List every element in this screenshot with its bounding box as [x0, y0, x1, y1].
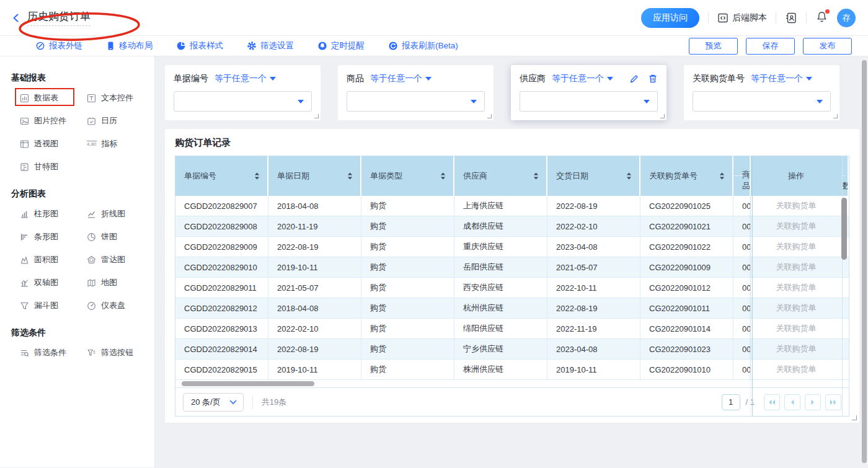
- resize-handle[interactable]: [487, 114, 492, 118]
- divider: [806, 12, 807, 24]
- sidebar-item-data-table[interactable]: 数据表: [20, 92, 87, 104]
- sidebar-item-filter-button[interactable]: 筛选按钮: [87, 347, 154, 358]
- preview-button[interactable]: 预览: [689, 38, 738, 55]
- filter-operator[interactable]: 等于任意一个: [751, 73, 812, 84]
- page-number-input[interactable]: 1: [722, 394, 740, 410]
- sidebar-item-area-chart[interactable]: 面积图: [20, 254, 87, 265]
- sidebar-item-pie-chart[interactable]: 饼图: [87, 231, 154, 242]
- publish-button[interactable]: 发布: [803, 38, 852, 55]
- table-row[interactable]: CGDD202208290142022-08-19购货宁乡供应链2023-04-…: [175, 339, 849, 360]
- filter-select-supplier[interactable]: [520, 91, 658, 112]
- backend-script-button[interactable]: 后端脚本: [717, 12, 767, 24]
- toolbar-item-mobile-layout[interactable]: 移动布局: [106, 40, 153, 51]
- filter-select-related-order[interactable]: [693, 91, 831, 112]
- app-access-button[interactable]: 应用访问: [641, 8, 699, 28]
- related-order-action[interactable]: 关联购货单: [751, 196, 841, 216]
- sort-icon[interactable]: [718, 172, 726, 180]
- sidebar-item-radar-chart[interactable]: 雷达图: [87, 254, 154, 265]
- related-order-action[interactable]: 关联购货单: [751, 257, 841, 277]
- resize-handle[interactable]: [314, 114, 319, 118]
- sidebar-item-line-chart[interactable]: 折线图: [87, 208, 154, 219]
- column-header[interactable]: 单据类型: [361, 156, 454, 196]
- filter-select-product[interactable]: [347, 91, 485, 112]
- sidebar-item-dual-axis[interactable]: 双轴图: [20, 277, 87, 288]
- table-row[interactable]: CGDD202208290072018-04-08购货上海供应链2022-08-…: [175, 196, 849, 216]
- filter-operator[interactable]: 等于任意一个: [370, 73, 432, 84]
- page-vertical-scrollbar[interactable]: [861, 57, 868, 468]
- sidebar-item-calendar[interactable]: 日历: [87, 115, 154, 126]
- sort-icon[interactable]: [346, 172, 354, 180]
- table-vertical-scrollbar[interactable]: [841, 198, 847, 260]
- related-order-action[interactable]: 关联购货单: [751, 319, 841, 338]
- link-icon: [35, 41, 45, 51]
- toolbar-item-report-style[interactable]: 报表样式: [176, 40, 223, 51]
- pie-chart-icon: [87, 232, 96, 242]
- toolbar-item-report-link[interactable]: 报表外链: [35, 40, 82, 51]
- related-order-action[interactable]: 关联购货单: [751, 216, 841, 236]
- resize-handle[interactable]: [852, 415, 857, 420]
- page-title[interactable]: 历史购货订单: [27, 9, 91, 26]
- table-row[interactable]: CGDD202208290112021-05-07购货西安供应链2022-10-…: [175, 278, 849, 298]
- sidebar-item-gauge[interactable]: 仪表盘: [87, 300, 154, 311]
- last-page-button[interactable]: [825, 394, 841, 410]
- scrollbar-thumb[interactable]: [862, 60, 867, 463]
- toolbar-item-report-refresh[interactable]: 报表刷新(Beta): [388, 40, 458, 51]
- next-page-button[interactable]: [805, 394, 821, 410]
- sidebar-item-image-widget[interactable]: 图片控件: [20, 115, 87, 126]
- related-order-action[interactable]: 关联购货单: [751, 237, 841, 257]
- page-size-select[interactable]: 20 条/页: [183, 393, 244, 412]
- prev-page-button[interactable]: [784, 394, 800, 410]
- resize-handle[interactable]: [660, 114, 665, 118]
- column-header[interactable]: 单据编号: [175, 156, 268, 196]
- first-page-button[interactable]: [764, 394, 780, 410]
- column-header[interactable]: 交货日期: [547, 156, 640, 196]
- sidebar-item-pivot[interactable]: 透视图: [20, 138, 87, 149]
- scrollbar-thumb[interactable]: [182, 381, 314, 386]
- related-order-action[interactable]: 关联购货单: [751, 298, 841, 318]
- table-horizontal-scrollbar[interactable]: [175, 380, 849, 387]
- table-row[interactable]: CGDD202208290152019-10-11购货株洲供应链2019-10-…: [175, 360, 849, 380]
- toolbar-item-filter-settings[interactable]: 筛选设置: [247, 40, 294, 51]
- filter-card-supplier[interactable]: 供应商 等于任意一个: [511, 65, 666, 120]
- table-row[interactable]: CGDD202208290122018-04-08购货杭州供应链2022-08-…: [175, 298, 849, 319]
- filter-card-related-order[interactable]: 关联购货单号 等于任意一个: [684, 65, 839, 120]
- sort-icon[interactable]: [532, 172, 540, 180]
- sidebar-item-filter-condition[interactable]: 筛选条件: [20, 347, 87, 358]
- sort-icon[interactable]: [439, 172, 447, 180]
- sidebar-item-column-chart[interactable]: 柱形图: [20, 208, 87, 219]
- table-row[interactable]: CGDD202208290092022-08-19购货重庆供应链2023-04-…: [175, 237, 849, 257]
- avatar[interactable]: 存: [837, 9, 856, 27]
- sidebar-item-map[interactable]: 地图: [87, 277, 154, 288]
- filter-condition-icon: [20, 348, 29, 358]
- toolbar-item-timer-reminder[interactable]: 定时提醒: [317, 40, 365, 51]
- sidebar-item-gantt[interactable]: 甘特图: [20, 161, 87, 172]
- related-order-action[interactable]: 关联购货单: [751, 360, 841, 379]
- table-row[interactable]: CGDD202208290102019-10-11购货岳阳供应链2021-05-…: [175, 257, 849, 278]
- filter-operator[interactable]: 等于任意一个: [215, 73, 276, 84]
- column-header[interactable]: 关联购货单号: [640, 156, 733, 196]
- filter-card-order-no[interactable]: 单据编号 等于任意一个: [165, 65, 321, 120]
- filter-operator[interactable]: 等于任意一个: [552, 73, 613, 84]
- sidebar-item-bar-chart[interactable]: 条形图: [20, 231, 87, 242]
- sort-icon[interactable]: [253, 172, 261, 180]
- filter-select-order-no[interactable]: [174, 91, 312, 112]
- save-button[interactable]: 保存: [746, 38, 795, 55]
- resize-handle[interactable]: [833, 114, 838, 118]
- contacts-button[interactable]: [785, 12, 797, 24]
- related-order-action[interactable]: 关联购货单: [751, 278, 841, 298]
- sidebar-item-text-widget[interactable]: 文本控件: [87, 92, 154, 104]
- notifications-button[interactable]: [815, 11, 828, 25]
- back-button[interactable]: [11, 13, 21, 23]
- table-row[interactable]: CGDD202208290082020-11-19购货成都供应链2022-02-…: [175, 216, 849, 237]
- filter-card-product[interactable]: 商品 等于任意一个: [338, 65, 494, 120]
- table-row[interactable]: CGDD202208290132022-02-10购货绵阳供应链2022-11-…: [175, 319, 849, 339]
- sidebar-item-funnel-chart[interactable]: 漏斗图: [20, 300, 87, 311]
- sidebar-item-metric[interactable]: 4,80 指标: [87, 138, 154, 149]
- edit-icon[interactable]: [629, 74, 639, 84]
- sort-icon[interactable]: [625, 172, 633, 180]
- column-header[interactable]: 供应商: [454, 156, 547, 196]
- delete-icon[interactable]: [648, 74, 658, 84]
- column-header[interactable]: 单据日期: [268, 156, 361, 196]
- related-order-action[interactable]: 关联购货单: [751, 339, 841, 359]
- data-table-widget[interactable]: 购货订单记录 单据编号 单据日期 单据类型 供应商 交货日期 关联购货单号 商品…: [165, 129, 859, 423]
